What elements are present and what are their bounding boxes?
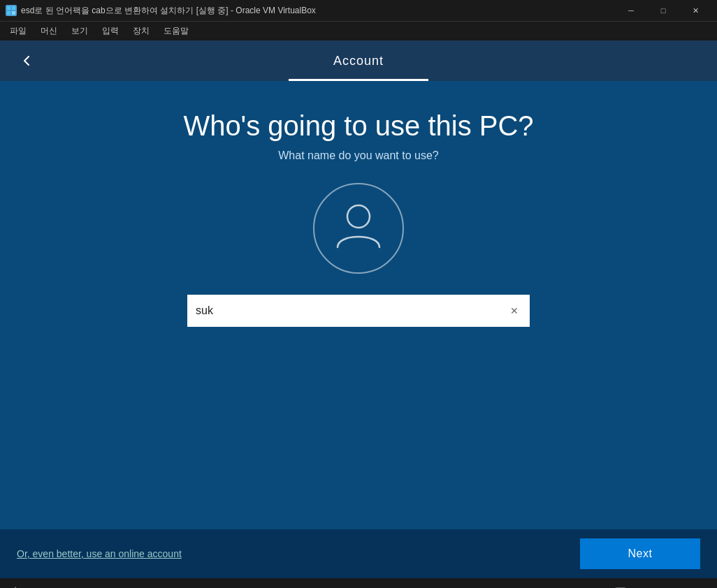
menu-input[interactable]: 입력 bbox=[95, 22, 126, 40]
app-icon bbox=[6, 5, 17, 16]
main-content: Who's going to use this PC? What name do… bbox=[0, 81, 717, 529]
svg-rect-2 bbox=[7, 11, 10, 15]
back-button[interactable] bbox=[14, 48, 39, 73]
menu-device[interactable]: 장치 bbox=[126, 22, 157, 40]
taskbar-right-controls: Right Control bbox=[607, 578, 711, 588]
svg-rect-0 bbox=[7, 6, 10, 10]
menubar: 파일 머신 보기 입력 장치 도움말 bbox=[0, 21, 717, 41]
page-subheadline: What name do you want to use? bbox=[278, 149, 438, 162]
close-button[interactable]: ✕ bbox=[679, 0, 711, 21]
menu-view[interactable]: 보기 bbox=[64, 22, 95, 40]
menu-machine[interactable]: 머신 bbox=[34, 22, 64, 40]
svg-point-4 bbox=[347, 205, 370, 228]
window-title: esd로 된 언어팩을 cab으로 변환하여 설치하기 [실행 중] - Ora… bbox=[21, 5, 615, 17]
menu-help[interactable]: 도움말 bbox=[157, 22, 196, 40]
minimize-button[interactable]: ─ bbox=[615, 0, 647, 21]
avatar-circle bbox=[313, 183, 404, 274]
svg-rect-1 bbox=[12, 6, 15, 10]
svg-rect-3 bbox=[12, 11, 15, 15]
name-input-container: ✕ bbox=[187, 295, 530, 327]
window-controls: ─ □ ✕ bbox=[615, 0, 711, 21]
maximize-button[interactable]: □ bbox=[647, 0, 679, 21]
username-input[interactable] bbox=[187, 295, 530, 327]
setup-navbar: Account bbox=[0, 41, 717, 81]
taskbar-power-icon bbox=[6, 582, 25, 588]
menu-file[interactable]: 파일 bbox=[3, 22, 34, 40]
next-button[interactable]: Next bbox=[580, 538, 700, 569]
online-account-link[interactable]: Or, even better, use an online account bbox=[17, 548, 182, 559]
page-headline: Who's going to use this PC? bbox=[183, 109, 533, 142]
taskbar: Right Control bbox=[0, 578, 717, 588]
clear-input-button[interactable]: ✕ bbox=[506, 302, 523, 319]
user-avatar-icon bbox=[331, 197, 386, 260]
speaker-icon bbox=[633, 582, 653, 588]
bottom-bar: Or, even better, use an online account N… bbox=[0, 529, 717, 578]
taskbar-left bbox=[6, 582, 25, 588]
keyboard-icon bbox=[611, 582, 630, 588]
titlebar: esd로 된 언어팩을 cab으로 변환하여 설치하기 [실행 중] - Ora… bbox=[0, 0, 717, 21]
nav-account-underline bbox=[289, 79, 428, 81]
nav-account-label: Account bbox=[333, 54, 384, 68]
